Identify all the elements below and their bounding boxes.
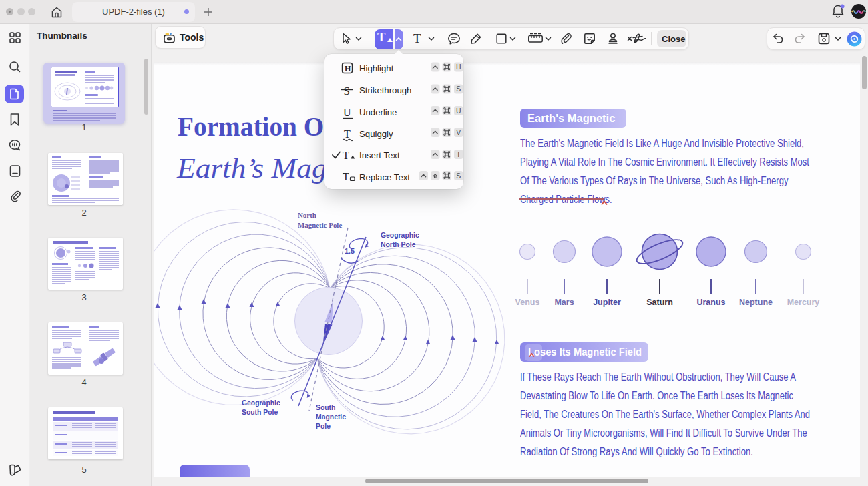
svg-text:Venus: Venus	[515, 298, 540, 307]
svg-text:Uranus: Uranus	[696, 298, 725, 307]
svg-text:South: South	[316, 404, 335, 411]
svg-text:Neptune: Neptune	[739, 298, 773, 307]
svg-text:Highlight: Highlight	[359, 63, 394, 73]
svg-text:Strikethrough: Strikethrough	[359, 85, 411, 95]
svg-text:Mercury: Mercury	[787, 298, 820, 307]
svg-text:U: U	[343, 107, 351, 118]
svg-text:H: H	[345, 64, 351, 73]
svg-text:U: U	[456, 107, 461, 115]
svg-text:I: I	[457, 150, 459, 158]
svg-text:Squiggly: Squiggly	[359, 129, 393, 139]
svg-text:Magnetic Pole: Magnetic Pole	[298, 221, 342, 229]
svg-text:Pole: Pole	[316, 423, 331, 430]
svg-text:T: T	[344, 128, 351, 140]
svg-text:Replace Text: Replace Text	[359, 172, 410, 182]
svg-text:Geographic: Geographic	[242, 399, 280, 407]
svg-text:1.5: 1.5	[345, 247, 355, 255]
svg-text:South Pole: South Pole	[242, 409, 278, 416]
svg-text:Magnetic: Magnetic	[316, 413, 346, 421]
svg-text:S: S	[344, 85, 350, 97]
svg-text:T: T	[343, 150, 349, 161]
svg-text:Insert Text: Insert Text	[359, 150, 400, 160]
svg-text:Saturn: Saturn	[646, 298, 673, 307]
svg-text:North Pole: North Pole	[381, 241, 416, 248]
svg-text:Mars: Mars	[554, 298, 574, 307]
svg-text:H: H	[456, 63, 461, 71]
svg-text:North: North	[298, 211, 316, 219]
svg-text:S: S	[456, 85, 461, 93]
svg-text:Jupiter: Jupiter	[593, 298, 621, 307]
svg-text:Underline: Underline	[359, 107, 397, 117]
svg-text:S: S	[456, 172, 461, 180]
svg-text:V: V	[456, 128, 461, 136]
svg-text:T: T	[343, 171, 349, 182]
svg-text:Geographic: Geographic	[381, 232, 419, 239]
